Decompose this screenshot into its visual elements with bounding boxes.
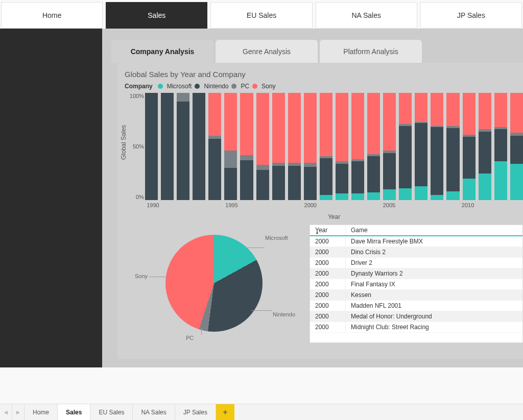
bar-segment-nintendo[interactable]	[479, 132, 491, 174]
bar-segment-sony[interactable]	[224, 93, 237, 151]
table-row[interactable]: 2000Midnight Club: Street Racing	[310, 322, 522, 333]
bar-segment-nintendo[interactable]	[240, 160, 253, 200]
bar-segment-pc[interactable]	[256, 165, 269, 170]
page-tabs-prev-button[interactable]: ◄	[0, 404, 12, 420]
bar-2010[interactable]	[463, 93, 476, 200]
bar-segment-nintendo[interactable]	[415, 123, 427, 186]
table-row[interactable]: 2000Dynasty Warriors 2	[310, 268, 522, 279]
bar-segment-pc[interactable]	[177, 93, 189, 102]
bar-2009[interactable]	[446, 93, 459, 200]
table-row[interactable]: 2000Final Fantasy IX	[310, 279, 522, 290]
bar-2012[interactable]	[494, 93, 507, 200]
bar-2008[interactable]	[431, 93, 443, 200]
bar-segment-nintendo[interactable]	[399, 126, 412, 188]
bar-segment-nintendo[interactable]	[383, 153, 396, 189]
bar-segment-sony[interactable]	[320, 93, 332, 156]
bar-segment-microsoft[interactable]	[494, 161, 507, 200]
bar-2011[interactable]	[479, 93, 491, 200]
bar-2001[interactable]	[320, 93, 332, 200]
bar-segment-nintendo[interactable]	[193, 93, 205, 200]
table-row[interactable]: 2000Kessen	[310, 290, 522, 301]
bar-segment-nintendo[interactable]	[494, 129, 507, 161]
bar-1991[interactable]	[161, 93, 174, 200]
table-row[interactable]: 2000Dave Mirra Freestyle BMX	[310, 236, 522, 247]
bar-segment-microsoft[interactable]	[336, 193, 348, 200]
legend-label-nintendo[interactable]: Nintendo	[204, 83, 228, 90]
bar-2002[interactable]	[336, 93, 348, 200]
legend-label-sony[interactable]: Sony	[262, 83, 275, 90]
bar-segment-sony[interactable]	[304, 93, 317, 163]
bar-1998[interactable]	[272, 93, 285, 200]
bar-segment-sony[interactable]	[336, 93, 348, 161]
bar-1997[interactable]	[256, 93, 269, 200]
sub-tab-genre-analysis[interactable]: Genre Analysis	[216, 40, 318, 63]
bar-segment-nintendo[interactable]	[431, 127, 443, 194]
page-tab-home[interactable]: Home	[25, 404, 58, 420]
nav-tab-sales[interactable]: Sales	[106, 2, 207, 29]
bar-segment-nintendo[interactable]	[288, 166, 301, 200]
bar-segment-nintendo[interactable]	[446, 128, 459, 191]
bar-segment-nintendo[interactable]	[272, 166, 285, 200]
bar-2005[interactable]	[383, 93, 396, 200]
bar-segment-microsoft[interactable]	[367, 192, 380, 200]
bar-segment-nintendo[interactable]	[320, 158, 332, 194]
bar-segment-microsoft[interactable]	[351, 193, 364, 200]
bar-segment-microsoft[interactable]	[320, 195, 332, 201]
page-tab-eu-sales[interactable]: EU Sales	[90, 404, 133, 420]
nav-tab-home[interactable]: Home	[1, 2, 103, 29]
table-row[interactable]: 2000Driver 2	[310, 258, 522, 268]
nav-tab-na-sales[interactable]: NA Sales	[316, 2, 417, 29]
bar-segment-sony[interactable]	[431, 93, 443, 126]
table-row[interactable]: 2000Dino Crisis 2	[310, 247, 522, 258]
sub-tab-platform-analysis[interactable]: Platform Analysis	[320, 40, 422, 63]
page-tab-jp-sales[interactable]: JP Sales	[175, 404, 216, 420]
bar-2013[interactable]	[510, 93, 523, 200]
column-header-game[interactable]: Game	[346, 225, 522, 235]
bar-1994[interactable]	[208, 93, 221, 200]
nav-tab-jp-sales[interactable]: JP Sales	[420, 2, 522, 29]
bar-segment-pc[interactable]	[240, 155, 253, 161]
bar-segment-nintendo[interactable]	[161, 93, 174, 200]
bar-segment-nintendo[interactable]	[177, 102, 189, 200]
table-row[interactable]: 2000Madden NFL 2001	[310, 301, 522, 311]
bar-segment-pc[interactable]	[224, 151, 237, 168]
bar-segment-sony[interactable]	[446, 93, 459, 126]
bar-2004[interactable]	[367, 93, 380, 200]
bar-1999[interactable]	[288, 93, 301, 200]
bar-segment-sony[interactable]	[256, 93, 269, 165]
bar-segment-microsoft[interactable]	[415, 186, 427, 200]
bar-1990[interactable]	[145, 93, 158, 200]
table-row[interactable]: 2000Medal of Honor: Underground	[310, 311, 522, 322]
bar-segment-sony[interactable]	[240, 93, 253, 155]
bar-segment-nintendo[interactable]	[208, 139, 221, 200]
bar-segment-sony[interactable]	[288, 93, 301, 163]
bar-1993[interactable]	[193, 93, 205, 200]
bar-1995[interactable]	[224, 93, 237, 200]
bar-segment-microsoft[interactable]	[510, 164, 523, 200]
bar-segment-sony[interactable]	[510, 93, 523, 133]
bar-segment-nintendo[interactable]	[336, 164, 348, 194]
bar-segment-microsoft[interactable]	[431, 195, 443, 201]
bar-segment-sony[interactable]	[367, 93, 380, 154]
bar-2007[interactable]	[415, 93, 427, 200]
nav-tab-eu-sales[interactable]: EU Sales	[210, 2, 312, 29]
bar-segment-nintendo[interactable]	[510, 136, 523, 164]
pie-chart[interactable]: Microsoft Nintendo PC Sony	[125, 225, 298, 347]
bar-2006[interactable]	[399, 93, 412, 200]
bar-segment-nintendo[interactable]	[351, 161, 364, 193]
bar-segment-sony[interactable]	[383, 93, 396, 151]
bar-2003[interactable]	[351, 93, 364, 200]
page-tabs-next-button[interactable]: ►	[12, 404, 25, 420]
bar-segment-microsoft[interactable]	[463, 179, 476, 200]
bar-segment-sony[interactable]	[494, 93, 507, 127]
bar-segment-sony[interactable]	[208, 93, 221, 136]
page-tab-na-sales[interactable]: NA Sales	[133, 404, 175, 420]
bar-segment-nintendo[interactable]	[304, 167, 317, 200]
bar-segment-sony[interactable]	[272, 93, 285, 163]
bar-1996[interactable]	[240, 93, 253, 200]
bar-segment-microsoft[interactable]	[399, 188, 412, 200]
add-page-button[interactable]: +	[216, 404, 234, 420]
column-header-year[interactable]: Year ▲	[310, 225, 346, 235]
bar-segment-nintendo[interactable]	[463, 137, 476, 179]
page-tab-sales[interactable]: Sales	[58, 404, 90, 420]
